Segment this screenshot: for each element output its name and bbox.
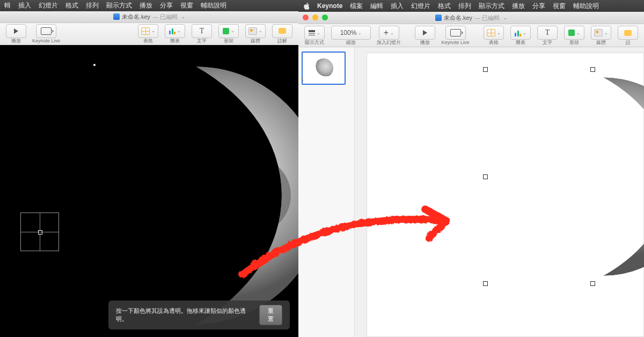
menu-item[interactable]: 顯示方式	[106, 1, 132, 10]
media-label: 媒體	[596, 40, 606, 45]
play-icon	[423, 30, 427, 35]
doc-title: 未命名.key	[122, 13, 150, 21]
window-fullscreen-button[interactable]	[322, 14, 328, 20]
add-slide-button[interactable]: +⌄	[379, 26, 399, 40]
window-traffic-lights	[303, 14, 328, 20]
menu-item[interactable]: 幻燈片	[411, 2, 430, 11]
menu-item[interactable]: 播放	[140, 1, 152, 10]
resize-handle-nw[interactable]	[483, 67, 488, 72]
instant-alpha-crosshair[interactable]	[20, 213, 59, 251]
shape-button[interactable]: ⌄	[564, 26, 584, 40]
menu-item[interactable]: 分享	[160, 1, 173, 10]
menu-item[interactable]: 視窗	[180, 1, 193, 10]
play-button[interactable]	[6, 24, 26, 38]
menu-item[interactable]: 視窗	[553, 2, 566, 11]
comment-icon	[624, 30, 632, 36]
table-button[interactable]: ⌄	[138, 24, 158, 38]
window-titlebar-right: 未命名.key — 已編輯 ⌄	[298, 12, 644, 24]
menu-item[interactable]: 編輯	[370, 2, 383, 11]
doc-title-chevron-icon[interactable]: ⌄	[503, 16, 507, 20]
media-button[interactable]: ⌄	[591, 26, 611, 40]
menubar-right: Keynote 檔案 編輯 插入 幻燈片 格式 排列 顯示方式 播放 分享 視窗…	[298, 0, 644, 12]
chart-button[interactable]: ⌄	[510, 26, 531, 40]
shape-icon	[568, 30, 575, 36]
table-button[interactable]: ⌄	[484, 26, 504, 40]
view-label: 顯示方式	[305, 40, 324, 45]
menu-item[interactable]: 排列	[86, 1, 99, 10]
svg-point-12	[93, 64, 96, 66]
menubar-left: 輯 插入 幻燈片 格式 排列 顯示方式 播放 分享 視窗 輔助說明	[0, 0, 298, 11]
keynote-live-icon	[41, 27, 52, 35]
chart-label: 圖表	[516, 40, 525, 45]
media-button[interactable]: ⌄	[245, 24, 266, 38]
chart-button[interactable]: ⌄	[165, 24, 185, 38]
menu-item[interactable]: 輯	[4, 1, 11, 10]
svg-point-18	[553, 172, 578, 197]
keynote-live-label: Keynote Live	[32, 39, 60, 43]
resize-handle-s[interactable]	[590, 281, 595, 286]
svg-point-13	[504, 77, 644, 276]
instant-alpha-hint-text: 按一下顏色將其設為透明。拖移來讓類似的顏色透明。	[116, 307, 250, 323]
menu-item[interactable]: 輔助說明	[201, 1, 226, 10]
slide-number: 1	[301, 76, 304, 82]
svg-point-19	[569, 215, 578, 224]
zoom-dropdown[interactable]: 100%⌄	[331, 26, 371, 40]
media-label: 媒體	[251, 39, 260, 43]
resize-handle-sw[interactable]	[483, 281, 488, 286]
shape-label: 形狀	[224, 39, 233, 43]
svg-point-21	[560, 238, 566, 244]
toolbar-right: ⌄顯示方式 100%⌄縮放 +⌄加入幻燈片 播放 Keynote Live ⌄表…	[298, 24, 644, 47]
zoom-label: 縮放	[346, 40, 356, 45]
comment-button[interactable]	[618, 26, 638, 40]
toolbar-keynote-live: Keynote Live	[32, 24, 60, 43]
keynote-live-button[interactable]	[36, 24, 56, 38]
moon-image-transparent	[485, 69, 644, 284]
comment-icon	[279, 28, 286, 34]
menu-item[interactable]: 播放	[512, 2, 525, 11]
chart-label: 圖表	[170, 39, 180, 43]
view-icon	[309, 30, 315, 35]
text-icon: T	[200, 27, 204, 35]
instant-alpha-canvas[interactable]: 按一下顏色將其設為透明。拖移來讓類似的顏色透明。 重置	[0, 45, 298, 337]
menu-item[interactable]: 輔助說明	[573, 2, 599, 11]
play-button[interactable]	[415, 26, 435, 40]
comment-button[interactable]	[272, 24, 292, 38]
view-button[interactable]: ⌄	[304, 26, 325, 40]
shape-button[interactable]: ⌄	[218, 24, 239, 38]
text-button[interactable]: T	[192, 24, 212, 38]
menu-item[interactable]: 檔案	[350, 2, 363, 11]
image-selection[interactable]	[485, 69, 644, 284]
resize-handle-n[interactable]	[590, 67, 595, 72]
menu-item[interactable]: 幻燈片	[39, 1, 58, 10]
play-icon	[14, 28, 18, 34]
menu-item[interactable]: 格式	[65, 1, 78, 10]
window-minimize-button[interactable]	[312, 14, 318, 20]
comment-label: 註	[626, 40, 631, 45]
apple-menu-icon[interactable]	[303, 3, 310, 10]
shape-label: 形狀	[569, 40, 579, 45]
slide-thumbnail[interactable]: 1	[302, 52, 351, 85]
table-icon	[487, 29, 495, 36]
svg-point-22	[592, 246, 598, 252]
text-button[interactable]: T	[537, 26, 558, 40]
reset-button[interactable]: 重置	[259, 305, 282, 325]
table-label: 表格	[489, 40, 499, 45]
menu-item[interactable]: 排列	[458, 2, 471, 11]
menu-item[interactable]: 分享	[532, 2, 545, 11]
add-slide-label: 加入幻燈片	[377, 40, 401, 45]
slide-canvas[interactable]	[367, 53, 644, 337]
doc-title-chevron-icon[interactable]: ⌄	[181, 14, 185, 19]
menu-item[interactable]: 格式	[438, 2, 451, 11]
text-label: 文字	[197, 39, 207, 43]
menu-item[interactable]: 插入	[391, 2, 404, 11]
window-close-button[interactable]	[303, 14, 309, 20]
table-label: 表格	[143, 39, 153, 43]
resize-handle-w[interactable]	[483, 174, 488, 179]
window-titlebar-left: 未命名.key — 已編輯 ⌄	[0, 11, 298, 23]
app-name[interactable]: Keynote	[317, 2, 342, 10]
menu-item[interactable]: 顯示方式	[479, 2, 504, 11]
keynote-live-button[interactable]	[445, 26, 466, 40]
menu-item[interactable]: 插入	[18, 1, 31, 10]
svg-point-20	[632, 224, 639, 231]
keynote-live-icon	[450, 29, 461, 36]
